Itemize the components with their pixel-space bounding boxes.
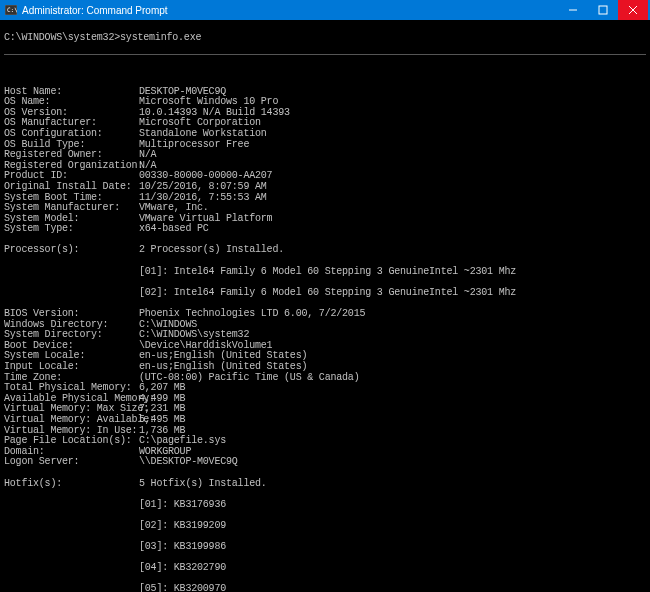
info-value: \\DESKTOP-M0VEC9Q	[139, 456, 238, 467]
info-value: Phoenix Technologies LTD 6.00, 7/2/2015	[139, 308, 365, 319]
divider	[4, 54, 646, 55]
info-value: C:\pagefile.sys	[139, 435, 226, 446]
info-row: Registered Organization:N/A	[4, 161, 646, 172]
info-value: VMware, Inc.	[139, 202, 209, 213]
info-value: en-us;English (United States)	[139, 350, 307, 361]
processor-item: [02]: Intel64 Family 6 Model 60 Stepping…	[4, 288, 646, 299]
info-value: Standalone Workstation	[139, 128, 267, 139]
prompt-path: C:\WINDOWS\system32>	[4, 32, 120, 43]
hotfix-item: [04]: KB3202790	[4, 563, 646, 574]
command-line: C:\WINDOWS\system32>systeminfo.exe	[4, 33, 646, 44]
info-value: 10.0.14393 N/A Build 14393	[139, 107, 290, 118]
window-titlebar: C:\ Administrator: Command Prompt	[0, 0, 650, 20]
info-value: 11/30/2016, 7:55:53 AM	[139, 192, 267, 203]
info-value: 2 Processor(s) Installed.	[139, 244, 284, 255]
info-value: x64-based PC	[139, 223, 209, 234]
info-key: OS Configuration:	[4, 129, 139, 140]
info-value: N/A	[139, 149, 156, 160]
info-row: System Model:VMware Virtual Platform	[4, 214, 646, 225]
info-row: Page File Location(s):C:\pagefile.sys	[4, 436, 646, 447]
info-row: OS Configuration:Standalone Workstation	[4, 129, 646, 140]
info-row: System Manufacturer:VMware, Inc.	[4, 203, 646, 214]
info-row: Hotfix(s):5 Hotfix(s) Installed.	[4, 479, 646, 490]
terminal-output[interactable]: C:\WINDOWS\system32>systeminfo.exe Host …	[0, 20, 650, 592]
info-row: System Directory:C:\WINDOWS\system32	[4, 330, 646, 341]
maximize-button[interactable]	[588, 0, 618, 20]
info-row: Virtual Memory: Available:5,495 MB	[4, 415, 646, 426]
info-key: System Type:	[4, 224, 139, 235]
info-value: Microsoft Windows 10 Pro	[139, 96, 278, 107]
info-value: 1,736 MB	[139, 425, 185, 436]
info-row: Processor(s):2 Processor(s) Installed.	[4, 245, 646, 256]
info-key: Original Install Date:	[4, 182, 139, 193]
info-row: Domain:WORKGROUP	[4, 447, 646, 458]
info-row: Host Name:DESKTOP-M0VEC9Q	[4, 87, 646, 98]
hotfix-item: [03]: KB3199986	[4, 542, 646, 553]
info-value: 4,499 MB	[139, 393, 185, 404]
info-value: 5 Hotfix(s) Installed.	[139, 478, 267, 489]
info-value: C:\WINDOWS	[139, 319, 197, 330]
info-key: Virtual Memory: Available:	[4, 415, 139, 426]
info-key: Hotfix(s):	[4, 479, 139, 490]
info-key: Logon Server:	[4, 457, 139, 468]
info-row: OS Name:Microsoft Windows 10 Pro	[4, 97, 646, 108]
blank-line	[4, 65, 646, 76]
info-value: WORKGROUP	[139, 446, 191, 457]
info-value: 6,207 MB	[139, 382, 185, 393]
info-value: (UTC-08:00) Pacific Time (US & Canada)	[139, 372, 359, 383]
info-key: Processor(s):	[4, 245, 139, 256]
info-value: 7,231 MB	[139, 403, 185, 414]
info-row: Boot Device:\Device\HarddiskVolume1	[4, 341, 646, 352]
info-row: Logon Server:\\DESKTOP-M0VEC9Q	[4, 457, 646, 468]
minimize-button[interactable]	[558, 0, 588, 20]
info-value: VMware Virtual Platform	[139, 213, 272, 224]
window-title: Administrator: Command Prompt	[22, 5, 558, 16]
svg-rect-3	[599, 6, 607, 14]
cmd-icon: C:\	[4, 3, 18, 17]
info-row: Original Install Date:10/25/2016, 8:07:5…	[4, 182, 646, 193]
info-value: 10/25/2016, 8:07:59 AM	[139, 181, 267, 192]
info-row: OS Version:10.0.14393 N/A Build 14393	[4, 108, 646, 119]
info-value: DESKTOP-M0VEC9Q	[139, 86, 226, 97]
info-value: 5,495 MB	[139, 414, 185, 425]
window-controls	[558, 0, 648, 20]
info-value: \Device\HarddiskVolume1	[139, 340, 272, 351]
hotfix-item: [01]: KB3176936	[4, 500, 646, 511]
close-button[interactable]	[618, 0, 648, 20]
info-value: 00330-80000-00000-AA207	[139, 170, 272, 181]
hotfix-item: [05]: KB3200970	[4, 584, 646, 592]
processor-item: [01]: Intel64 Family 6 Model 60 Stepping…	[4, 267, 646, 278]
svg-text:C:\: C:\	[7, 6, 17, 13]
info-row: System Type:x64-based PC	[4, 224, 646, 235]
info-value: C:\WINDOWS\system32	[139, 329, 249, 340]
info-row: System Locale:en-us;English (United Stat…	[4, 351, 646, 362]
info-value: N/A	[139, 160, 156, 171]
info-value: en-us;English (United States)	[139, 361, 307, 372]
hotfix-item: [02]: KB3199209	[4, 521, 646, 532]
info-key: Input Locale:	[4, 362, 139, 373]
info-value: Multiprocessor Free	[139, 139, 249, 150]
command-text: systeminfo.exe	[120, 32, 201, 43]
info-value: Microsoft Corporation	[139, 117, 261, 128]
